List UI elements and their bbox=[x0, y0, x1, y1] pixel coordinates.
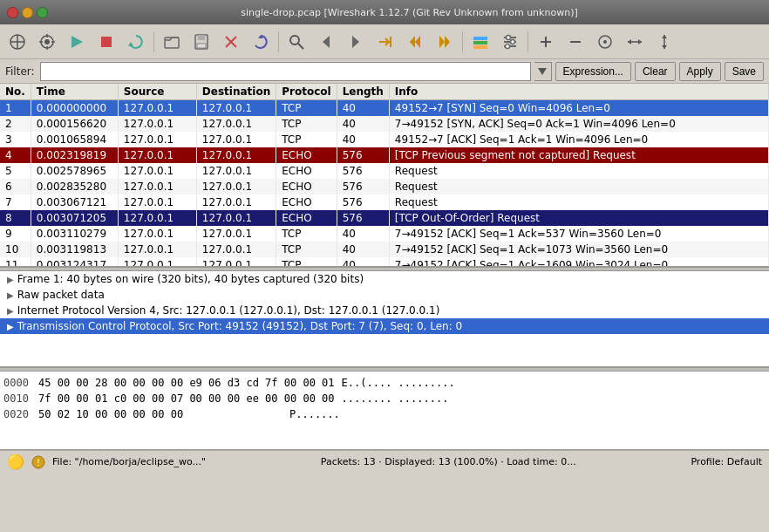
col-header-length[interactable]: Length bbox=[337, 84, 389, 100]
minimize-window-button[interactable] bbox=[22, 7, 33, 18]
table-cell: 40 bbox=[337, 132, 389, 147]
maximize-window-button[interactable] bbox=[37, 7, 48, 18]
svg-marker-27 bbox=[439, 36, 445, 48]
clear-filter-button[interactable]: Clear bbox=[635, 62, 676, 81]
col-header-time[interactable]: Time bbox=[31, 84, 118, 100]
svg-rect-15 bbox=[197, 44, 206, 48]
save-file-button[interactable] bbox=[187, 28, 215, 56]
zoom-out-button[interactable] bbox=[561, 28, 589, 56]
goto-packet-button[interactable] bbox=[371, 28, 399, 56]
col-header-protocol[interactable]: Protocol bbox=[276, 84, 337, 100]
table-row[interactable]: 90.003110279127.0.0.1127.0.0.1TCP407→491… bbox=[0, 226, 769, 242]
svg-rect-38 bbox=[545, 37, 547, 47]
start-capture-button[interactable] bbox=[63, 28, 91, 56]
status-bar: 🟡 ! File: "/home/borja/eclipse_wo..." Pa… bbox=[0, 450, 769, 473]
table-cell: 576 bbox=[337, 179, 389, 194]
table-row[interactable]: 110.003124317127.0.0.1127.0.0.1TCP407→49… bbox=[0, 257, 769, 268]
svg-marker-26 bbox=[445, 36, 450, 48]
colorize-button[interactable] bbox=[466, 28, 494, 56]
table-cell: 40 bbox=[337, 242, 389, 257]
expand-triangle-icon[interactable]: ▶ bbox=[7, 275, 14, 284]
resize-columns-button[interactable] bbox=[621, 28, 649, 56]
table-cell: 9 bbox=[0, 226, 31, 242]
svg-rect-39 bbox=[570, 41, 581, 43]
col-header-source[interactable]: Source bbox=[118, 84, 196, 100]
packet-details-panel[interactable]: ▶Frame 1: 40 bytes on wire (320 bits), 4… bbox=[0, 271, 769, 367]
preferences-button[interactable] bbox=[496, 28, 524, 56]
table-cell: 0.003119813 bbox=[31, 242, 118, 257]
expand-subtrees-button[interactable] bbox=[650, 28, 678, 56]
expand-triangle-icon[interactable]: ▶ bbox=[7, 322, 14, 331]
table-cell: 0.002578965 bbox=[31, 163, 118, 179]
prev-packet-button[interactable] bbox=[312, 28, 340, 56]
close-window-button[interactable] bbox=[7, 7, 18, 18]
table-row[interactable]: 40.002319819127.0.0.1127.0.0.1ECHO576[TC… bbox=[0, 147, 769, 163]
table-cell: 7→49152 [ACK] Seq=1 Ack=1073 Win=3560 Le… bbox=[389, 242, 768, 257]
svg-rect-14 bbox=[198, 35, 205, 40]
table-cell: 5 bbox=[0, 163, 31, 179]
filter-bar: Filter: Expression... Clear Apply Save bbox=[0, 59, 769, 84]
table-cell: 576 bbox=[337, 194, 389, 210]
zoom-in-button[interactable] bbox=[532, 28, 560, 56]
packet-bytes-panel: 000045 00 00 28 00 00 00 00 e9 06 d3 cd … bbox=[0, 372, 769, 450]
table-cell: [TCP Out-Of-Order] Request bbox=[389, 210, 768, 226]
window-controls[interactable] bbox=[7, 7, 48, 18]
table-cell: 127.0.0.1 bbox=[196, 116, 276, 132]
table-cell: 127.0.0.1 bbox=[196, 257, 276, 268]
table-cell: TCP bbox=[276, 100, 337, 116]
restart-capture-button[interactable] bbox=[122, 28, 150, 56]
table-header-row: No. Time Source Destination Protocol Len… bbox=[0, 84, 769, 100]
detail-text: Frame 1: 40 bytes on wire (320 bits), 40… bbox=[17, 273, 364, 285]
interfaces-button[interactable] bbox=[3, 28, 31, 56]
table-row[interactable]: 10.000000000127.0.0.1127.0.0.1TCP4049152… bbox=[0, 100, 769, 116]
table-cell: 7→49152 [ACK] Seq=1 Ack=537 Win=3560 Len… bbox=[389, 226, 768, 242]
table-cell: 127.0.0.1 bbox=[118, 116, 196, 132]
col-header-info[interactable]: Info bbox=[389, 84, 768, 100]
options-button[interactable] bbox=[33, 28, 61, 56]
detail-row[interactable]: ▶Transmission Control Protocol, Src Port… bbox=[0, 318, 769, 334]
find-packet-button[interactable] bbox=[282, 28, 310, 56]
table-cell: 0.003124317 bbox=[31, 257, 118, 268]
table-cell: 127.0.0.1 bbox=[118, 257, 196, 268]
table-row[interactable]: 50.002578965127.0.0.1127.0.0.1ECHO576Req… bbox=[0, 163, 769, 179]
table-cell: 0.003067121 bbox=[31, 194, 118, 210]
next-packet-button[interactable] bbox=[342, 28, 370, 56]
table-cell: 0.003071205 bbox=[31, 210, 118, 226]
svg-marker-43 bbox=[628, 39, 631, 44]
first-packet-button[interactable] bbox=[401, 28, 429, 56]
detail-row[interactable]: ▶Raw packet data bbox=[0, 287, 769, 303]
filter-dropdown-button[interactable] bbox=[534, 62, 552, 81]
filter-input[interactable] bbox=[40, 62, 531, 81]
table-row[interactable]: 70.003067121127.0.0.1127.0.0.1ECHO576Req… bbox=[0, 194, 769, 210]
table-row[interactable]: 100.003119813127.0.0.1127.0.0.1TCP407→49… bbox=[0, 242, 769, 257]
open-file-button[interactable] bbox=[158, 28, 186, 56]
expand-triangle-icon[interactable]: ▶ bbox=[7, 290, 14, 300]
table-row[interactable]: 80.003071205127.0.0.1127.0.0.1ECHO576[TC… bbox=[0, 210, 769, 226]
svg-point-41 bbox=[603, 40, 607, 44]
save-filter-button[interactable]: Save bbox=[725, 62, 764, 81]
table-cell: Request bbox=[389, 163, 768, 179]
detail-text: Internet Protocol Version 4, Src: 127.0.… bbox=[17, 304, 440, 317]
separator-1 bbox=[153, 31, 154, 52]
table-cell: 127.0.0.1 bbox=[196, 179, 276, 194]
zoom-normal-button[interactable] bbox=[591, 28, 619, 56]
apply-filter-button[interactable]: Apply bbox=[679, 62, 721, 81]
status-expert-icon: ! bbox=[31, 455, 45, 469]
detail-row[interactable]: ▶Frame 1: 40 bytes on wire (320 bits), 4… bbox=[0, 271, 769, 287]
stop-capture-button[interactable] bbox=[92, 28, 120, 56]
expand-triangle-icon[interactable]: ▶ bbox=[7, 306, 14, 316]
last-packet-button[interactable] bbox=[431, 28, 459, 56]
col-header-destination[interactable]: Destination bbox=[196, 84, 276, 100]
table-cell: 127.0.0.1 bbox=[118, 179, 196, 194]
col-header-no[interactable]: No. bbox=[0, 84, 31, 100]
expression-button[interactable]: Expression... bbox=[555, 62, 631, 81]
reload-button[interactable] bbox=[247, 28, 275, 56]
separator-2 bbox=[278, 31, 279, 52]
table-row[interactable]: 30.001065894127.0.0.1127.0.0.1TCP4049152… bbox=[0, 132, 769, 147]
table-cell: 127.0.0.1 bbox=[118, 100, 196, 116]
table-row[interactable]: 20.000156620127.0.0.1127.0.0.1TCP407→491… bbox=[0, 116, 769, 132]
detail-row[interactable]: ▶Internet Protocol Version 4, Src: 127.0… bbox=[0, 303, 769, 318]
table-row[interactable]: 60.002835280127.0.0.1127.0.0.1ECHO576Req… bbox=[0, 179, 769, 194]
packet-list[interactable]: No. Time Source Destination Protocol Len… bbox=[0, 84, 769, 267]
close-file-button[interactable] bbox=[217, 28, 245, 56]
